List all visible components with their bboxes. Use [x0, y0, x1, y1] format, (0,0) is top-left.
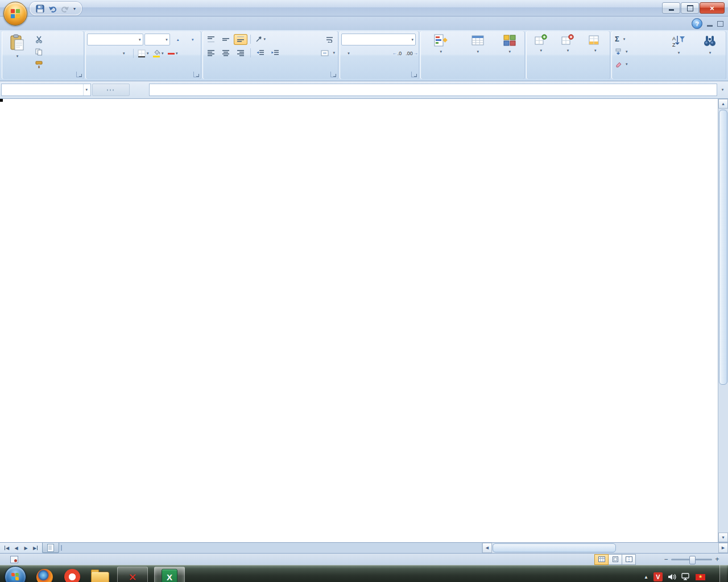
help-button[interactable]: ? — [692, 18, 702, 29]
browser-taskbar-icon[interactable] — [61, 567, 83, 582]
dropdown-arrow-icon: ▾ — [567, 48, 569, 52]
clear-button[interactable]: ▾ — [613, 59, 662, 70]
explorer-taskbar-icon[interactable] — [89, 567, 111, 582]
record-macro-icon[interactable] — [10, 556, 18, 563]
dropdown-arrow-icon: ▾ — [16, 54, 19, 58]
paste-icon — [10, 34, 24, 51]
find-select-button[interactable]: ▾ — [695, 32, 725, 70]
font-color-button[interactable]: ▾ — [166, 48, 180, 59]
scroll-left-button[interactable]: ◀ — [482, 543, 492, 553]
volume-icon[interactable] — [668, 573, 676, 581]
comma-style-button[interactable] — [371, 48, 384, 59]
insert-function-button[interactable] — [131, 84, 148, 95]
percent-style-button[interactable] — [356, 48, 370, 59]
wrap-text-button[interactable] — [324, 34, 337, 45]
middle-align-button[interactable] — [219, 34, 233, 45]
bottom-align-button[interactable] — [234, 34, 247, 45]
align-right-button[interactable] — [234, 48, 247, 59]
zoom-in-button[interactable]: + — [714, 555, 720, 563]
format-cells-button[interactable]: ▾ — [582, 32, 609, 70]
workbook-minimize-button[interactable] — [707, 25, 713, 27]
maximize-button[interactable] — [681, 2, 699, 14]
name-box[interactable]: ▾ — [1, 84, 91, 96]
horizontal-scroll-thumb[interactable] — [493, 543, 616, 552]
worksheet-grid: ▲ ▼ — [0, 99, 728, 542]
workbook-restore-button[interactable] — [717, 21, 723, 27]
normal-view-button[interactable] — [594, 554, 609, 565]
vertical-scroll-thumb[interactable] — [719, 110, 727, 385]
bold-button[interactable] — [87, 48, 101, 59]
cell-styles-button[interactable]: ▾ — [496, 32, 523, 70]
scroll-down-button[interactable]: ▼ — [718, 533, 728, 542]
borders-button[interactable]: ▾ — [136, 48, 150, 59]
paste-button[interactable]: ▾ — [3, 32, 31, 60]
align-left-button[interactable] — [204, 48, 218, 59]
insert-worksheet-tab[interactable] — [42, 543, 59, 553]
network-icon[interactable] — [681, 573, 690, 581]
italic-button[interactable] — [102, 48, 115, 59]
fill-button[interactable]: ▾ — [613, 46, 662, 57]
next-sheet-button[interactable]: ▶ — [22, 544, 30, 552]
red-x-app-taskbar-button[interactable]: × — [117, 567, 148, 582]
increase-decimal-button[interactable]: ←.0 — [390, 48, 404, 59]
vertical-scrollbar[interactable]: ▲ ▼ — [718, 99, 728, 542]
formula-bar-expand-button[interactable]: ▾ — [718, 84, 727, 95]
page-break-view-button[interactable] — [622, 554, 636, 565]
shrink-font-button[interactable]: ▾ — [186, 34, 200, 45]
insert-cells-button[interactable]: ▾ — [528, 32, 553, 70]
previous-sheet-button[interactable]: ◀ — [12, 544, 20, 552]
zoom-slider-track[interactable] — [671, 559, 712, 560]
accounting-format-button[interactable]: ▾ — [341, 48, 355, 59]
dropdown-arrow-icon: ▾ — [176, 51, 178, 56]
delete-cells-button[interactable]: ▾ — [555, 32, 580, 70]
horizontal-scrollbar[interactable]: ◀ ▶ — [482, 543, 728, 553]
sort-filter-button[interactable]: AZ ▾ — [664, 32, 693, 70]
office-button[interactable] — [3, 2, 27, 26]
autosum-button[interactable]: Σ▾ — [613, 34, 662, 45]
format-as-table-button[interactable]: ▾ — [461, 32, 495, 70]
alignment-dialog-launcher[interactable] — [330, 72, 336, 77]
merge-center-button[interactable]: ▾ — [319, 47, 337, 59]
clipboard-dialog-launcher[interactable] — [76, 72, 82, 77]
number-group: ▾ ▾ ←.0 .00→ — [340, 31, 419, 79]
page-layout-view-button[interactable] — [608, 554, 622, 565]
show-desktop-button[interactable] — [719, 565, 727, 582]
zoom-slider-thumb[interactable] — [689, 556, 696, 564]
minimize-button[interactable] — [662, 2, 680, 14]
font-dialog-launcher[interactable] — [193, 72, 199, 77]
conditional-formatting-button[interactable]: ▾ — [422, 32, 460, 70]
firefox-taskbar-icon[interactable] — [34, 567, 55, 582]
last-sheet-button[interactable]: ▶ — [31, 544, 40, 552]
unikey-icon[interactable]: V — [653, 572, 663, 581]
close-button[interactable]: × — [700, 2, 725, 14]
fill-color-button[interactable]: ▾ — [151, 48, 165, 59]
cut-button[interactable] — [34, 34, 46, 45]
orientation-button[interactable]: ▾ — [254, 34, 267, 45]
first-sheet-button[interactable]: ◀ — [2, 544, 11, 552]
grow-font-button[interactable]: ▴ — [171, 34, 185, 45]
align-center-button[interactable] — [219, 48, 233, 59]
formula-input[interactable] — [149, 84, 717, 96]
number-dialog-launcher[interactable] — [411, 72, 417, 77]
decrease-decimal-button[interactable]: .00→ — [405, 48, 419, 59]
font-size-combo[interactable]: ▾ — [144, 34, 170, 45]
start-button[interactable] — [5, 566, 26, 582]
number-format-combo[interactable]: ▾ — [341, 34, 416, 45]
copy-button[interactable] — [34, 46, 46, 57]
increase-indent-button[interactable] — [268, 48, 282, 59]
scroll-up-button[interactable]: ▲ — [718, 99, 728, 109]
scroll-right-button[interactable]: ▶ — [718, 543, 728, 553]
tab-scrollbar-splitter[interactable] — [59, 543, 63, 553]
format-painter-button[interactable] — [34, 59, 46, 70]
underline-button[interactable]: ▾ — [117, 48, 130, 59]
zoom-slider[interactable]: − + — [663, 555, 720, 563]
tray-expand-arrow[interactable]: ▲ — [644, 575, 648, 580]
language-flag-icon[interactable]: ★ — [696, 574, 705, 580]
font-name-combo[interactable]: ▾ — [87, 34, 143, 45]
decrease-indent-button[interactable] — [254, 48, 267, 59]
zoom-out-button[interactable]: − — [663, 555, 669, 563]
excel-taskbar-button[interactable]: X — [154, 567, 185, 582]
top-align-button[interactable] — [204, 34, 218, 45]
name-box-dropdown[interactable]: ▾ — [83, 84, 89, 95]
clipboard-group: ▾ — [2, 31, 84, 79]
